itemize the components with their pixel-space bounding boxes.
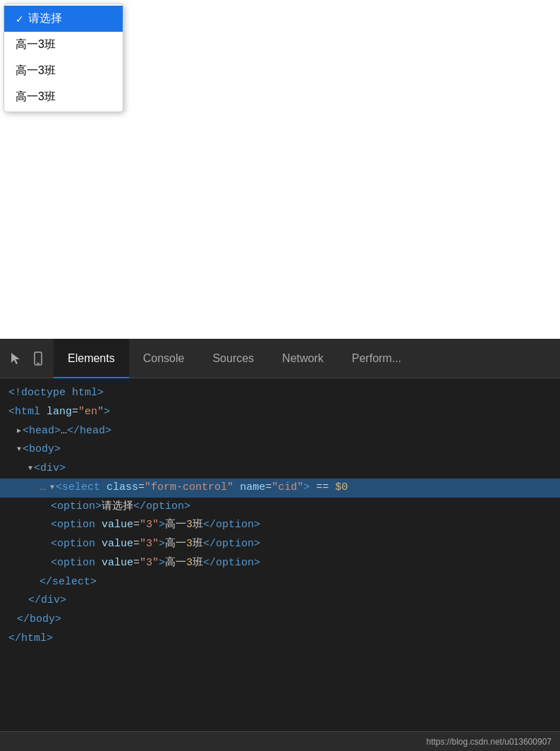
devtools-tabs-bar: Elements Console Sources Network Perform… xyxy=(0,339,560,378)
svg-rect-1 xyxy=(37,363,39,364)
code-line-select-close: </select> xyxy=(0,573,560,592)
code-line-html-close: </html> xyxy=(0,630,560,649)
code-line-option-0: <option>请选择</option> xyxy=(0,498,560,517)
dropdown-item-label-1: 高一3班 xyxy=(16,37,56,52)
collapse-body-icon[interactable]: ▼ xyxy=(17,444,21,456)
tab-console[interactable]: Console xyxy=(129,339,199,378)
dropdown-item-2[interactable]: 高一3班 xyxy=(4,58,123,84)
code-line-div-open: ▼ <div> xyxy=(0,459,560,479)
tab-console-label: Console xyxy=(143,352,185,365)
devtools-icon-area xyxy=(0,349,54,368)
code-line-option-2: <option value="3">高一3班</option> xyxy=(0,535,560,554)
tab-network[interactable]: Network xyxy=(268,339,338,378)
devtools-statusbar: https://blog.csdn.net/u013600907 xyxy=(0,731,560,751)
code-line-option-1: <option value="3">高一3班</option> xyxy=(0,516,560,535)
checkmark-icon: ✓ xyxy=(16,13,24,25)
collapse-div-icon[interactable]: ▼ xyxy=(28,463,32,475)
dropdown-item-label-2: 高一3班 xyxy=(16,64,56,78)
code-line-body-open: ▼ <body> xyxy=(0,440,560,459)
code-line-select[interactable]: … ▼ <select class="form-control" name="c… xyxy=(0,479,560,498)
ellipsis-icon[interactable]: … xyxy=(39,479,46,497)
devtools-code-area: <!doctype html> <html lang="en"> ▶ <head… xyxy=(0,378,560,731)
code-line-head: ▶ <head>…</head> xyxy=(0,422,560,441)
tab-network-label: Network xyxy=(282,352,324,365)
dropdown-item-label: 请选择 xyxy=(28,11,62,26)
code-line-html: <html lang="en"> xyxy=(0,403,560,422)
dropdown-item-selected[interactable]: ✓ 请选择 xyxy=(4,6,123,32)
code-line-div-close: </div> xyxy=(0,591,560,611)
tab-elements-label: Elements xyxy=(68,352,115,365)
code-line-option-3: <option value="3">高一3班</option> xyxy=(0,554,560,573)
code-line-body-close: </body> xyxy=(0,611,560,630)
cursor-icon[interactable] xyxy=(6,349,25,368)
collapse-select-icon[interactable]: ▼ xyxy=(50,482,54,494)
tab-performance[interactable]: Perform... xyxy=(338,339,415,378)
page-content-area: ✓ 请选择 高一3班 高一3班 高一3班 xyxy=(0,0,560,339)
tab-sources[interactable]: Sources xyxy=(198,339,268,378)
dropdown-item-1[interactable]: 高一3班 xyxy=(4,32,123,58)
statusbar-url: https://blog.csdn.net/u013600907 xyxy=(427,737,552,747)
mobile-icon[interactable] xyxy=(28,349,48,368)
dropdown-item-label-3: 高一3班 xyxy=(16,90,56,104)
tab-performance-label: Perform... xyxy=(352,352,401,365)
expand-head-icon[interactable]: ▶ xyxy=(17,426,21,438)
tab-sources-label: Sources xyxy=(212,352,254,365)
dropdown-item-3[interactable]: 高一3班 xyxy=(4,84,123,110)
select-dropdown[interactable]: ✓ 请选择 高一3班 高一3班 高一3班 xyxy=(4,4,123,112)
devtools-panel: Elements Console Sources Network Perform… xyxy=(0,339,560,751)
tab-elements[interactable]: Elements xyxy=(54,339,129,378)
code-line-doctype: <!doctype html> xyxy=(0,384,560,403)
